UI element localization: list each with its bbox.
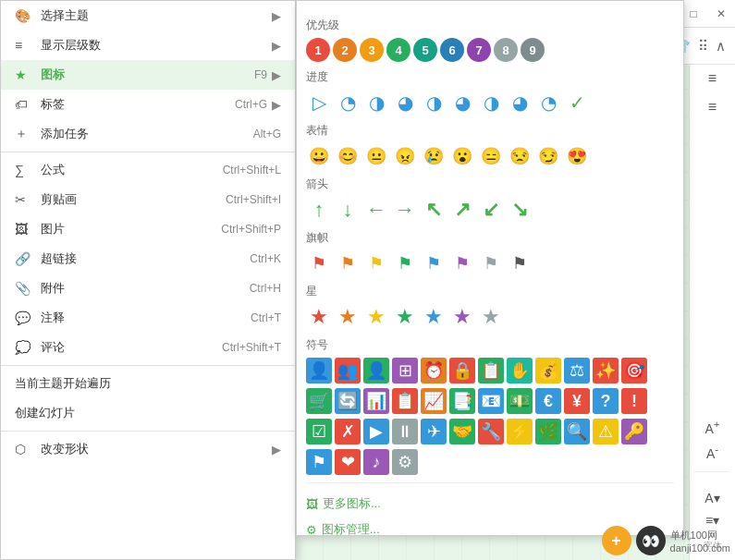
text-size-up[interactable]: A+ bbox=[704, 418, 719, 436]
priority-icon-5[interactable]: 5 bbox=[413, 38, 437, 62]
sym-email[interactable]: 📧 bbox=[478, 388, 504, 414]
emotion-icon-5[interactable]: 😢 bbox=[421, 143, 447, 169]
sym-leaf[interactable]: 🌿 bbox=[535, 419, 561, 444]
priority-icon-8[interactable]: 8 bbox=[494, 38, 518, 62]
menu-item-clip[interactable]: ✂ 剪贴画 Ctrl+Shift+I bbox=[1, 185, 295, 214]
progress-icon-3[interactable]: ◕ bbox=[392, 90, 418, 116]
flag-icon-8[interactable]: ⚑ bbox=[507, 250, 533, 276]
emotion-icon-3[interactable]: 😐 bbox=[363, 143, 389, 169]
arrow-downleft-icon[interactable]: ↙ bbox=[478, 197, 504, 223]
star-icon-3[interactable]: ★ bbox=[363, 304, 389, 330]
emotion-icon-2[interactable]: 😊 bbox=[335, 143, 361, 169]
menu-item-formula[interactable]: ∑ 公式 Ctrl+Shift+L bbox=[1, 155, 295, 185]
flag-icon-3[interactable]: ⚑ bbox=[363, 250, 389, 276]
priority-icon-3[interactable]: 3 bbox=[360, 38, 384, 62]
arrow-up-icon[interactable]: ↑ bbox=[306, 197, 332, 223]
sym-plane[interactable]: ✈ bbox=[421, 419, 447, 444]
sym-people[interactable]: 👥 bbox=[335, 358, 361, 383]
emotion-icon-4[interactable]: 😠 bbox=[392, 143, 418, 169]
sym-wrench[interactable]: 🔧 bbox=[478, 419, 504, 444]
sym-flag2[interactable]: ⚑ bbox=[306, 449, 332, 475]
sym-play[interactable]: ▶ bbox=[363, 419, 389, 444]
star-icon-4[interactable]: ★ bbox=[392, 304, 418, 330]
progress-icon-0[interactable]: ▷ bbox=[306, 90, 332, 116]
sym-grid[interactable]: ⊞ bbox=[392, 358, 418, 383]
sym-money[interactable]: 💰 bbox=[535, 358, 561, 383]
progress-icon-8[interactable]: ◔ bbox=[535, 90, 561, 116]
sym-hand[interactable]: ✋ bbox=[507, 358, 533, 383]
priority-icon-6[interactable]: 6 bbox=[440, 38, 464, 62]
flag-icon-5[interactable]: ⚑ bbox=[421, 250, 447, 276]
sym-lightning[interactable]: ⚡ bbox=[507, 419, 533, 444]
menu-item-addtask[interactable]: ＋ 添加任务 Alt+G bbox=[1, 119, 295, 149]
arrow-left-icon[interactable]: ← bbox=[363, 197, 389, 223]
sym-heart[interactable]: ❤ bbox=[335, 449, 361, 475]
sym-lock[interactable]: 🔒 bbox=[449, 358, 475, 383]
toolbar-icon-dots[interactable]: ⠿ bbox=[698, 38, 708, 55]
sym-doc[interactable]: 📑 bbox=[449, 388, 475, 414]
progress-icon-7[interactable]: ◕ bbox=[507, 90, 533, 116]
text-size-down[interactable]: A- bbox=[706, 443, 718, 461]
arrow-upright-icon[interactable]: ↗ bbox=[449, 197, 475, 223]
priority-icon-9[interactable]: 9 bbox=[521, 38, 545, 62]
emotion-icon-8[interactable]: 😒 bbox=[507, 143, 533, 169]
priority-icon-2[interactable]: 2 bbox=[333, 38, 357, 62]
menu-item-image[interactable]: 🖼 图片 Ctrl+Shift+P bbox=[1, 214, 295, 244]
priority-icon-4[interactable]: 4 bbox=[386, 38, 410, 62]
sym-gear[interactable]: ⚙ bbox=[392, 449, 418, 475]
arrow-upleft-icon[interactable]: ↖ bbox=[421, 197, 447, 223]
sym-dollar[interactable]: 💵 bbox=[507, 388, 533, 414]
emotion-icon-7[interactable]: 😑 bbox=[478, 143, 504, 169]
star-icon-1[interactable]: ★ bbox=[306, 304, 332, 330]
star-icon-5[interactable]: ★ bbox=[421, 304, 447, 330]
sym-pause[interactable]: ⏸ bbox=[392, 419, 418, 444]
sym-clock[interactable]: ⏰ bbox=[421, 358, 447, 383]
sym-music[interactable]: ♪ bbox=[363, 449, 389, 475]
sym-user[interactable]: 👤 bbox=[363, 358, 389, 383]
menu-item-label[interactable]: 🏷 标签 Ctrl+G ▶ bbox=[1, 90, 295, 119]
arrow-downright-icon[interactable]: ↘ bbox=[507, 197, 533, 223]
star-icon-2[interactable]: ★ bbox=[335, 304, 361, 330]
sym-table[interactable]: 📋 bbox=[392, 388, 418, 414]
sym-chart[interactable]: 📊 bbox=[363, 388, 389, 414]
sym-question[interactable]: ? bbox=[593, 388, 619, 414]
progress-icon-4[interactable]: ◑ bbox=[421, 90, 447, 116]
sym-cart[interactable]: 🛒 bbox=[306, 388, 332, 414]
menu-item-comment[interactable]: 💭 评论 Ctrl+Shift+T bbox=[1, 333, 295, 362]
arrow-down-icon[interactable]: ↓ bbox=[335, 197, 361, 223]
menu-item-hierarchy[interactable]: ≡ 显示层级数 ▶ bbox=[1, 30, 295, 60]
flag-icon-1[interactable]: ⚑ bbox=[306, 250, 332, 276]
sym-star2[interactable]: ✨ bbox=[593, 358, 619, 383]
star-icon-7[interactable]: ★ bbox=[478, 304, 504, 330]
sym-check[interactable]: ☑ bbox=[306, 419, 332, 444]
menu-item-icon[interactable]: ★ 图标 F9 ▶ bbox=[1, 60, 295, 90]
sym-cross[interactable]: ✗ bbox=[335, 419, 361, 444]
sym-trend[interactable]: 📈 bbox=[421, 388, 447, 414]
flag-icon-2[interactable]: ⚑ bbox=[335, 250, 361, 276]
sym-search[interactable]: 🔍 bbox=[564, 419, 590, 444]
priority-icon-1[interactable]: 1 bbox=[306, 38, 330, 62]
sym-warn[interactable]: ⚠ bbox=[593, 419, 619, 444]
menu-item-theme[interactable]: 🎨 选择主题 ▶ bbox=[1, 1, 295, 30]
menu-item-hyperlink[interactable]: 🔗 超链接 Ctrl+K bbox=[1, 244, 295, 274]
sym-exclaim[interactable]: ! bbox=[621, 388, 647, 414]
star-icon-6[interactable]: ★ bbox=[449, 304, 475, 330]
sym-shake[interactable]: 🤝 bbox=[449, 419, 475, 444]
menu-item-note[interactable]: 💬 注释 Ctrl+T bbox=[1, 303, 295, 333]
close-button[interactable]: ✕ bbox=[707, 0, 735, 28]
menu-item-slide[interactable]: 创建幻灯片 bbox=[1, 398, 295, 428]
emotion-icon-1[interactable]: 😀 bbox=[306, 143, 332, 169]
sym-recycle[interactable]: 🔄 bbox=[335, 388, 361, 414]
progress-icon-1[interactable]: ◔ bbox=[335, 90, 361, 116]
progress-icon-5[interactable]: ◕ bbox=[449, 90, 475, 116]
sym-person[interactable]: 👤 bbox=[306, 358, 332, 383]
sym-euro[interactable]: € bbox=[535, 388, 561, 414]
emotion-icon-6[interactable]: 😮 bbox=[449, 143, 475, 169]
sym-target[interactable]: 🎯 bbox=[621, 358, 647, 383]
text-tool-lines[interactable]: ≡ bbox=[708, 70, 717, 87]
text-tool-lines2[interactable]: ≡ bbox=[708, 99, 717, 116]
flag-icon-7[interactable]: ⚑ bbox=[478, 250, 504, 276]
arrow-right-icon[interactable]: → bbox=[392, 197, 418, 223]
progress-icon-done[interactable]: ✓ bbox=[564, 90, 590, 116]
emotion-icon-10[interactable]: 😍 bbox=[564, 143, 590, 169]
